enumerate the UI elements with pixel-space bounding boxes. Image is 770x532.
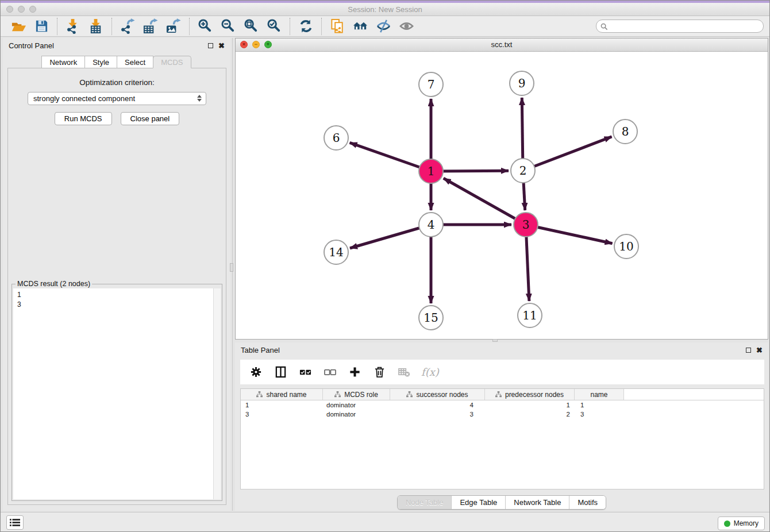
clone-network-button[interactable] [328,18,346,35]
tab-edge-table[interactable]: Edge Table [451,496,505,509]
control-panel-title: Control Panel [9,41,54,50]
graph-node-15[interactable]: 15 [418,305,444,330]
search-input[interactable] [596,20,763,32]
refresh-view-button[interactable] [297,18,315,35]
import-network-icon [66,18,81,34]
tab-select[interactable]: Select [117,56,153,68]
clone-network-icon [330,18,345,34]
first-neighbors-button[interactable] [351,18,369,35]
toggle-column-panel-icon [275,366,287,378]
memory-button[interactable]: Memory [718,516,765,530]
column-header-shared-name[interactable]: shared name [241,389,323,400]
tab-style[interactable]: Style [84,56,117,68]
graph-node-14[interactable]: 14 [324,240,349,265]
select-all-rows-button[interactable] [298,365,313,380]
task-list-icon [10,518,20,527]
toggle-column-panel-button[interactable] [273,365,288,380]
add-column-button[interactable] [347,365,362,380]
graph-node-2[interactable]: 2 [510,158,536,183]
hide-selected-icon [376,18,391,34]
float-panel-icon[interactable] [208,43,213,48]
table-cell[interactable]: dominator [323,400,390,410]
network-window-titlebar[interactable]: × − + scc.txt [236,38,768,52]
float-table-panel-icon[interactable] [746,348,751,353]
deselect-all-rows-button[interactable] [322,365,337,380]
graph-node-8[interactable]: 8 [613,119,638,144]
tab-node-table[interactable]: Node Table [398,496,452,509]
open-file-icon [11,18,26,34]
save-session-button[interactable] [32,18,51,35]
vertical-splitter[interactable] [232,38,233,511]
graph-node-4[interactable]: 4 [418,212,444,237]
graph-node-6[interactable]: 6 [324,125,349,151]
delete-column-button[interactable] [372,365,387,380]
graph-node-1[interactable]: 1 [418,159,444,184]
horizontal-splitter-handle[interactable] [492,339,498,342]
column-header-successor-nodes[interactable]: successor nodes [390,389,485,400]
edge-3-10[interactable] [526,225,613,244]
column-header-MCDS-role[interactable]: MCDS role [323,389,390,400]
delete-table-button [396,365,411,380]
app-titlebar[interactable]: Session: New Session [1,3,769,16]
hide-selected-button[interactable] [374,18,392,35]
tab-mcds[interactable]: MCDS [153,56,191,68]
zoom-in-button[interactable] [196,18,214,35]
delete-table-icon [398,366,410,378]
close-panel-button[interactable]: Close panel [121,112,180,125]
tab-network[interactable]: Network [41,56,85,68]
table-cell[interactable]: 1 [485,400,575,410]
save-session-icon [34,18,49,34]
network-canvas[interactable]: 7968124314101511 [236,52,768,339]
table-cell[interactable]: dominator [323,410,390,419]
table-body: 1dominator4113dominator323 [241,400,764,419]
edge-2-8[interactable] [523,137,612,171]
graph-node-10[interactable]: 10 [614,234,639,259]
close-table-panel-icon[interactable]: ✖ [756,346,763,354]
table-cell[interactable]: 2 [485,410,575,419]
column-label: MCDS role [344,391,378,399]
table-toolbar: f(x) [240,360,764,384]
export-network-button[interactable] [118,18,137,35]
zoom-selected-button[interactable] [265,18,283,35]
column-header-predecessor-nodes[interactable]: predecessor nodes [485,389,575,400]
dropdown-arrows-icon [197,95,202,102]
zoom-out-button[interactable] [219,18,237,35]
import-table-icon [88,18,104,34]
run-mcds-button[interactable]: Run MCDS [55,112,112,125]
table-cell[interactable]: 3 [241,410,323,419]
export-table-button[interactable] [141,18,160,35]
graph-node-9[interactable]: 9 [509,71,534,96]
table-options-gear-button[interactable] [248,365,263,380]
import-network-button[interactable] [64,18,82,35]
tab-network-table[interactable]: Network Table [505,496,569,509]
edge-3-1[interactable] [444,178,526,225]
graph-node-11[interactable]: 11 [517,303,542,328]
show-all-button[interactable] [397,18,415,35]
table-cell[interactable]: 1 [575,400,624,410]
result-scrollbar[interactable] [213,288,221,499]
graph-node-7[interactable]: 7 [418,72,444,97]
zoom-selected-icon [267,18,282,34]
graph-node-3[interactable]: 3 [513,212,538,237]
table-row[interactable]: 3dominator323 [241,410,764,419]
apply-function-button: f(x) [421,365,439,380]
table-cell[interactable]: 3 [575,410,624,419]
search-box[interactable] [596,20,764,33]
import-table-button[interactable] [87,18,105,35]
mcds-result-textarea[interactable]: 1 3 [13,288,221,499]
task-history-button[interactable] [6,515,24,530]
table-cell[interactable]: 4 [390,400,485,410]
zoom-fit-button[interactable] [242,18,260,35]
tab-motifs[interactable]: Motifs [569,496,606,509]
open-file-button[interactable] [9,18,28,35]
table-options-gear-icon [250,366,262,378]
optimization-criterion-dropdown[interactable]: strongly connected component [28,92,206,105]
table-panel: Table Panel ✖ f(x) shared name MCDS role [235,342,768,511]
table-cell[interactable]: 1 [241,400,323,410]
close-panel-icon[interactable]: ✖ [218,42,225,49]
vertical-splitter-handle[interactable] [230,263,233,272]
table-row[interactable]: 1dominator411 [241,400,764,410]
export-image-button[interactable] [164,18,183,35]
table-cell[interactable]: 3 [390,410,485,419]
column-header-name[interactable]: name [575,389,624,400]
